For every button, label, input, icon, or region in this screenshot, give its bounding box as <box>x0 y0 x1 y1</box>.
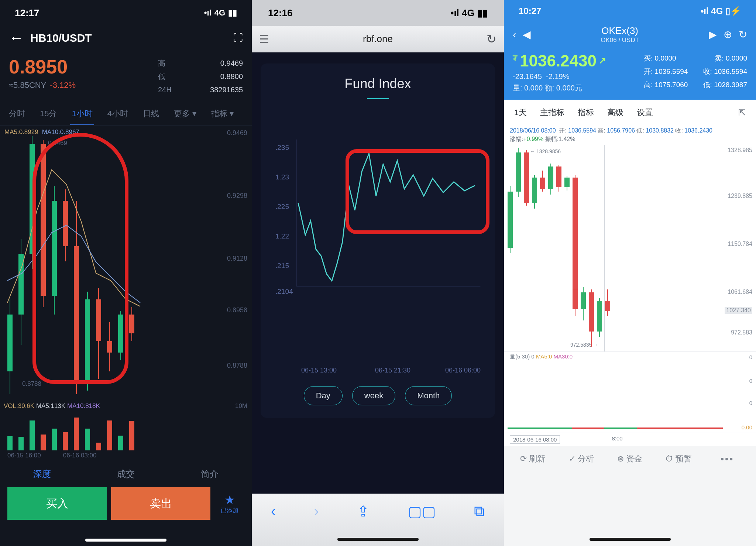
back-icon[interactable]: ← <box>9 30 24 46</box>
next-icon[interactable]: ▶ <box>709 28 717 41</box>
range-week[interactable]: week <box>352 386 395 405</box>
range-day[interactable]: Day <box>304 386 343 405</box>
share-icon[interactable]: ⇪ <box>357 503 370 520</box>
current-price: 1036.2430 <box>520 52 597 70</box>
cny-price: ≈5.85CNY <box>9 80 46 90</box>
subtab-trades[interactable]: 成交 <box>117 468 135 480</box>
refresh-icon[interactable]: ↻ <box>739 28 747 41</box>
tab-indicator[interactable]: 指标 <box>571 104 601 121</box>
timeframe-tabs: 分时 15分 1小时 4小时 日线 更多 ▾ 指标 ▾ <box>0 103 252 126</box>
line-chart[interactable]: .235 1.23 .225 1.22 .215 .2104 06-15 13:… <box>272 129 484 372</box>
share-icon[interactable]: ⇱ <box>732 104 752 121</box>
candlestick-chart[interactable]: MA5:0.8929MA10:0.8967 0.9469 0.9469 0.92… <box>0 126 252 402</box>
address-bar[interactable]: rbf.one <box>276 33 480 45</box>
btn-alert[interactable]: ⏱ 预警 <box>654 453 703 464</box>
x-cursor-label: 2018-06-16 08:00 <box>510 435 560 444</box>
status-signal: •ıl 4G ▯⚡ <box>701 6 741 16</box>
back-icon[interactable]: ‹ <box>513 29 516 41</box>
home-indicator[interactable] <box>590 538 671 541</box>
sell-button[interactable]: 卖出 <box>111 487 210 520</box>
status-signal: •ıl 4G ▮▮ <box>450 7 488 19</box>
btn-analyze[interactable]: ✓ 分析 <box>557 453 606 464</box>
reload-icon[interactable]: ↻ <box>487 32 496 46</box>
stat-high: 0.9469 <box>220 56 243 70</box>
bookmarks-icon[interactable]: ▢▢ <box>408 503 436 520</box>
status-bar: 12:17 •ıl 4G ▮▮ <box>0 0 252 26</box>
fullscreen-icon[interactable]: ⛶ <box>233 32 243 44</box>
home-indicator[interactable] <box>337 538 419 541</box>
tab-1d[interactable]: 1天 <box>508 104 533 121</box>
tab-tick[interactable]: 分时 <box>7 103 27 125</box>
prev-icon[interactable]: ◀ <box>523 28 531 41</box>
subtab-intro[interactable]: 简介 <box>201 468 219 480</box>
currency-icon: ₮ <box>513 54 518 63</box>
arrow-up-icon: ↗ <box>599 55 606 66</box>
volume-chart[interactable]: 量(5,30) 0 MA5:0 MA30:0 000 0.00 <box>504 351 756 433</box>
volume-chart[interactable]: VOL:30.6K MA5:113K MA10:818K 10M <box>0 402 252 450</box>
tab-indicators[interactable]: 指标 ▾ <box>210 103 235 125</box>
btn-more[interactable]: ••• <box>703 453 752 465</box>
fund-index-card: Fund Index .235 1.23 .225 1.22 .215 .210… <box>261 63 495 418</box>
card-title: Fund Index <box>272 76 484 92</box>
favorite-button[interactable]: ★已添加 <box>215 493 244 515</box>
delta-abs: -23.1645 <box>513 72 542 80</box>
tab-4h[interactable]: 4小时 <box>106 103 130 125</box>
stat-low: 0.8800 <box>220 70 243 83</box>
subtab-depth[interactable]: 深度 <box>33 468 51 480</box>
trading-pair: HB10/USDT <box>30 32 227 44</box>
status-bar: 10:27 •ıl 4G ▯⚡ <box>504 0 756 22</box>
tab-settings[interactable]: 设置 <box>630 104 660 121</box>
status-signal: •ıl 4G ▮▮ <box>204 8 237 18</box>
delta-pct: -2.19% <box>546 72 569 80</box>
range-month[interactable]: Month <box>405 386 452 405</box>
ohlc-line: 2018/06/16 08:00 开: 1036.5594 高: 1056.79… <box>510 127 750 135</box>
status-time: 12:16 <box>268 7 293 19</box>
tab-1d[interactable]: 日线 <box>141 103 161 125</box>
status-bar: 12:16 •ıl 4G ▮▮ <box>252 0 504 26</box>
candlestick-chart[interactable]: ← 1328.9856 972.5835 → 1328.985 1239.885… <box>504 145 756 351</box>
browser-forward-icon: › <box>314 503 319 519</box>
tabs-icon[interactable]: ⧉ <box>474 503 485 520</box>
stat-24h: 38291635 <box>210 83 243 96</box>
menu-icon[interactable]: ☰ <box>259 32 269 45</box>
tab-advanced[interactable]: 高级 <box>601 104 630 121</box>
btn-funds[interactable]: ⊗ 资金 <box>606 453 654 464</box>
current-price: 0.8950 <box>9 56 158 78</box>
change-pct: -3.12% <box>50 80 76 90</box>
home-indicator[interactable] <box>85 539 166 542</box>
browser-back-icon[interactable]: ‹ <box>271 503 276 519</box>
buy-button[interactable]: 买入 <box>7 487 107 520</box>
tab-1h[interactable]: 1小时 <box>70 103 94 125</box>
header-title[interactable]: OKEx(3) OK06 / USDT <box>537 25 702 44</box>
tab-main-ind[interactable]: 主指标 <box>533 104 571 121</box>
add-icon[interactable]: ⊕ <box>724 28 732 41</box>
volume-row: 量: 0.000 额: 0.000元 <box>513 83 644 93</box>
status-time: 12:17 <box>15 7 39 19</box>
btn-refresh[interactable]: ⟳ 刷新 <box>508 453 557 464</box>
pct-line: 涨幅:+0.99% 振幅:1.42% <box>510 135 750 143</box>
status-time: 10:27 <box>519 6 541 16</box>
tab-15m[interactable]: 15分 <box>38 103 58 125</box>
tab-more[interactable]: 更多 ▾ <box>172 103 198 125</box>
